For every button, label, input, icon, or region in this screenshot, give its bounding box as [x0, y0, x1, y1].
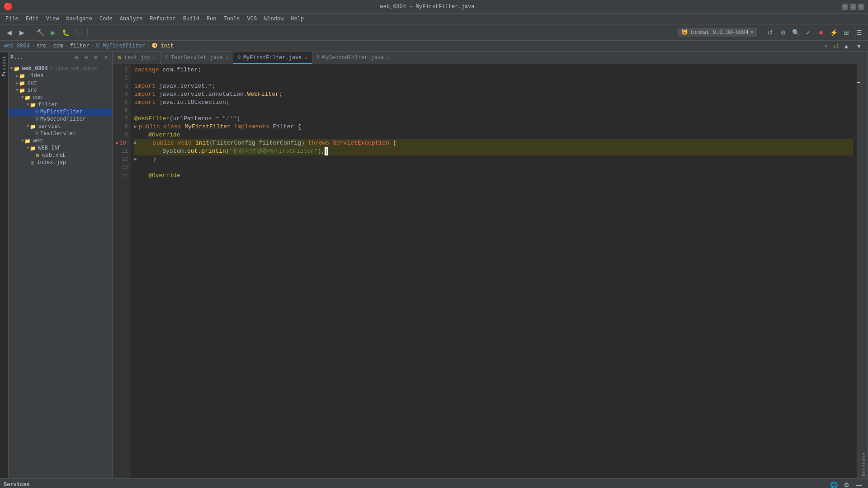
mysecondfilter-icon: ©	[35, 117, 38, 122]
close-button[interactable]: ✕	[858, 4, 864, 10]
breadcrumb-down-button[interactable]: ▼	[854, 41, 864, 52]
menu-file[interactable]: File	[2, 15, 22, 23]
tree-src-label: src	[27, 87, 37, 94]
breadcrumb-filter[interactable]: filter	[70, 43, 89, 49]
main-area: Project P... ⊕ ⊖ ⚙ ✕ ▼ 📁 web_0804 D:\jav…	[0, 52, 868, 478]
menu-help[interactable]: Help	[287, 15, 307, 23]
minimize-button[interactable]: ─	[842, 4, 848, 10]
toolbar-settings-button[interactable]: ⚙	[778, 27, 788, 38]
tree-idea[interactable]: ▶ 📁 .idea	[9, 72, 112, 80]
code-line-2	[134, 74, 853, 82]
bottom-panel: Services 🌐 ⚙ — ↺ ✦ ■ ▶ ▼ Server 🗎 T	[0, 478, 868, 488]
project-panel-gear-btn[interactable]: ⚙	[91, 53, 100, 62]
maximize-button[interactable]: □	[850, 4, 856, 10]
code-content[interactable]: package com.filter; import javax.servlet…	[131, 64, 857, 478]
tab-mysecondfilter-label: MySecondFilter.java	[322, 55, 384, 61]
breadcrumb-up-button[interactable]: ▲	[841, 41, 852, 52]
breadcrumb-src[interactable]: src	[37, 43, 47, 49]
toolbar-sidebar-button[interactable]: ☰	[854, 27, 864, 38]
menu-navigate[interactable]: Navigate	[62, 15, 96, 23]
tree-webinf[interactable]: ▼ 📁 WEB-INF	[9, 145, 112, 152]
project-vtab[interactable]: Project	[0, 52, 8, 80]
run-config-label: Tomcat 9.0.38-0804	[690, 29, 749, 36]
bottom-header-icons: 🌐 ⚙ —	[828, 479, 864, 488]
testservlet-icon: ©	[35, 131, 38, 136]
toolbar-forward-button[interactable]: ▶	[16, 27, 27, 38]
menu-refactor[interactable]: Refactor	[146, 15, 179, 23]
tree-webxml[interactable]: ▶ 🗎 web.xml	[9, 152, 112, 159]
toolbar-build-button[interactable]: 🔨	[35, 27, 46, 38]
tree-out-label: out	[27, 80, 37, 86]
breadcrumb-nav-button[interactable]: ⌖	[821, 41, 831, 52]
breadcrumb-root[interactable]: web_0804	[4, 43, 30, 49]
toolbar-refresh-button[interactable]: ↺	[765, 27, 776, 38]
menu-analyze[interactable]: Analyze	[116, 15, 146, 23]
tab-testjsp-close[interactable]: ✕	[153, 55, 156, 61]
code-line-12: ▶ }	[134, 155, 853, 164]
tab-myfirstfilter[interactable]: © MyFirstFilter.java ✕	[233, 52, 312, 64]
code-line-13	[134, 164, 853, 172]
tree-indexjsp[interactable]: ▶ 🗎 index.jsp	[9, 159, 112, 166]
code-line-10: ▶ public void init(FilterConfig filterCo…	[134, 139, 853, 147]
toolbar-grid-button[interactable]: ⊞	[841, 27, 852, 38]
menu-code[interactable]: Code	[96, 15, 116, 23]
tab-mysecondfilter-close[interactable]: ✕	[387, 55, 389, 61]
tree-src[interactable]: ▼ 📁 src	[9, 87, 112, 94]
toolbar-search-button[interactable]: 🔍	[790, 27, 801, 38]
tab-testjsp-label: test.jsp	[124, 55, 151, 61]
tree-testservlet-label: TestServlet	[40, 131, 76, 137]
menu-build[interactable]: Build	[179, 15, 203, 23]
tree-servlet[interactable]: ▼ 📁 servlet	[9, 123, 112, 130]
tree-filter[interactable]: ▼ 📁 filter	[9, 101, 112, 108]
toolbar-debug-button[interactable]: 🐛	[60, 27, 71, 38]
tree-testservlet[interactable]: ▶ © TestServlet	[9, 130, 112, 137]
tree-root[interactable]: ▼ 📁 web_0804 D:\java-web-space\	[9, 65, 112, 72]
code-line-3: import javax.servlet.*;	[134, 82, 853, 90]
tree-myfirstfilter[interactable]: ▶ © MyFirstFilter	[9, 108, 112, 116]
breadcrumb-method[interactable]: 🅜 init	[152, 42, 174, 49]
menu-vcs[interactable]: VCS	[244, 15, 261, 23]
database-panel-tab[interactable]: Database	[860, 52, 868, 478]
titlebar-controls[interactable]: ─ □ ✕	[842, 4, 864, 10]
menu-run[interactable]: Run	[203, 15, 220, 23]
toolbar-stop2-button[interactable]: ■	[816, 27, 826, 38]
menu-tools[interactable]: Tools	[220, 15, 244, 23]
tab-testservlet-close[interactable]: ✕	[226, 55, 228, 61]
code-line-9: @Override	[134, 131, 853, 139]
project-panel-collapse-btn[interactable]: ⊖	[81, 53, 90, 62]
code-line-11: System.out.println("初始化过滤器MyFirstFilter"…	[134, 147, 853, 155]
bottom-panel-header: Services 🌐 ⚙ —	[0, 479, 868, 488]
project-panel-close-btn[interactable]: ✕	[101, 53, 110, 62]
tree-webinf-label: WEB-INF	[38, 145, 61, 151]
code-editor[interactable]: 1 2 3 4 5 6 7 8 9 ●10 11 12 13 14 packa	[113, 64, 860, 478]
tree-mysecondfilter-label: MySecondFilter	[40, 116, 86, 122]
bottom-globe-btn[interactable]: 🌐	[828, 479, 839, 488]
toolbar-stop-button[interactable]: ⬛	[73, 27, 84, 38]
tab-mysecondfilter[interactable]: © MySecondFilter.java ✕	[312, 52, 395, 64]
project-panel-expand-btn[interactable]: ⊕	[71, 53, 80, 62]
toolbar-commit-button[interactable]: ✓	[803, 27, 814, 38]
tab-testjsp[interactable]: 🗎 test.jsp ✕	[113, 52, 161, 64]
menu-view[interactable]: View	[42, 15, 63, 23]
menu-window[interactable]: Window	[260, 15, 287, 23]
project-tree: ▼ 📁 web_0804 D:\java-web-space\ ▶ 📁 .ide…	[9, 64, 112, 478]
toolbar-back-button[interactable]: ◀	[4, 27, 14, 38]
toolbar-run-button[interactable]: ▶	[47, 27, 58, 38]
bottom-settings-btn[interactable]: ⚙	[841, 479, 852, 488]
tree-web[interactable]: ▼ 📁 web	[9, 137, 112, 145]
tree-com[interactable]: ▼ 📁 com	[9, 94, 112, 101]
breadcrumb-class[interactable]: © MyFirstFilter	[96, 43, 145, 49]
tab-myfirstfilter-close[interactable]: ✕	[305, 55, 307, 61]
tree-out[interactable]: ▶ 📁 out	[9, 80, 112, 87]
line-numbers: 1 2 3 4 5 6 7 8 9 ●10 11 12 13 14	[113, 64, 131, 478]
titlebar: 🔴 web_0804 - MyFirstFilter.java ─ □ ✕	[0, 0, 868, 14]
tree-myfirstfilter-label: MyFirstFilter	[40, 109, 83, 115]
toolbar-power-button[interactable]: ⚡	[828, 27, 839, 38]
tree-mysecondfilter[interactable]: ▶ © MySecondFilter	[9, 116, 112, 123]
menu-edit[interactable]: Edit	[22, 15, 42, 23]
right-scroll-indicators[interactable]	[857, 64, 860, 478]
bottom-close-btn[interactable]: —	[854, 479, 864, 488]
breadcrumb-com[interactable]: com	[53, 43, 63, 49]
tab-testservlet[interactable]: © TestServlet.java ✕	[161, 52, 233, 64]
run-config-dropdown[interactable]: 🐱 Tomcat 9.0.38-0804 ▼	[678, 28, 757, 37]
